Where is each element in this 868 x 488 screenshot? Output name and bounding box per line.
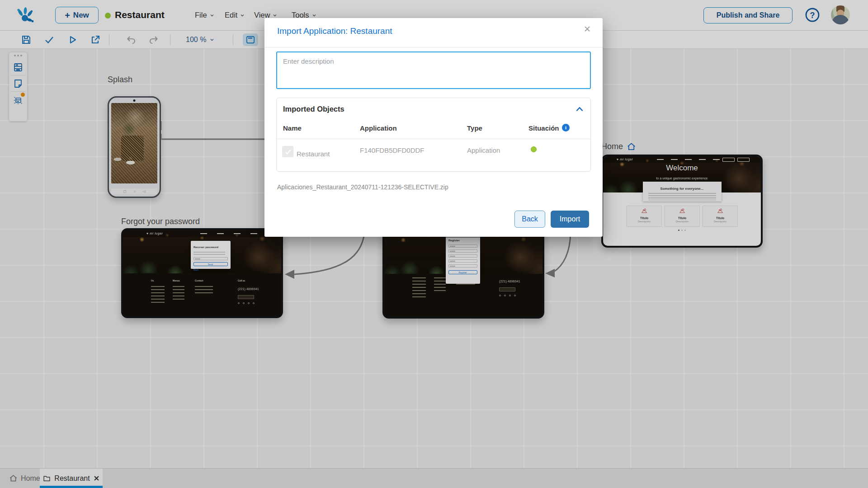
column-header-application: Application [360,124,397,132]
column-header-name: Name [283,124,302,132]
column-header-situacion: Situación [528,124,559,132]
row-name: Restaurant [297,150,330,158]
table-header-divider [277,139,590,139]
back-button[interactable]: Back [514,211,545,228]
import-button[interactable]: Import [551,211,589,228]
import-file-name: Aplicaciones_Restaurant_20240711-121236-… [277,183,448,191]
dialog-divider [264,47,603,47]
imported-objects-panel: Imported Objects Name Application Type S… [276,98,591,172]
row-checkbox-checked[interactable] [282,146,293,157]
dialog-title: Import Application: Restaurant [277,26,392,36]
info-icon[interactable]: i [562,124,570,131]
close-icon[interactable]: ✕ [584,24,591,34]
row-status-dot [531,146,537,152]
row-type: Application [467,146,500,154]
import-application-dialog: Import Application: Restaurant ✕ Importe… [264,18,603,237]
panel-title: Imported Objects [283,105,344,113]
description-input[interactable] [276,52,591,89]
row-application-id: F140FDB5DFD0DDF [360,146,425,154]
app-window: + New Restaurant File Edit View Tools Pu… [0,0,868,488]
check-icon [284,148,292,155]
collapse-chevron-up-icon[interactable] [575,105,584,114]
column-header-type: Type [467,124,482,132]
